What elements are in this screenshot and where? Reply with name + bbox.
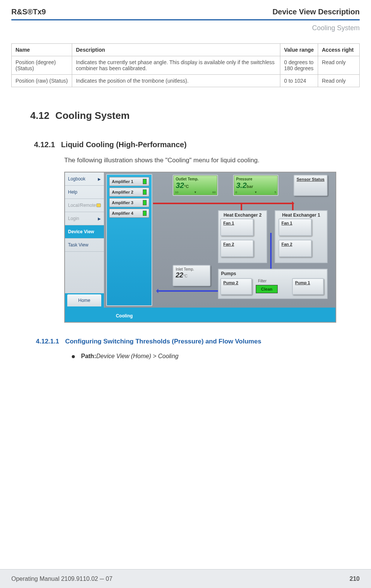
pump-label: Pump 2 bbox=[223, 280, 238, 285]
gauge-max: 5 bbox=[275, 191, 276, 194]
status-led-icon bbox=[143, 179, 147, 184]
gauge-min: 10 bbox=[175, 191, 178, 194]
pump-1-button[interactable]: Pump 1 bbox=[292, 278, 324, 295]
inlet-value: 22 bbox=[176, 271, 183, 279]
cell-range: 0 to 1024 bbox=[280, 75, 318, 87]
filter-label: Filter bbox=[258, 279, 266, 283]
fan-label: Fan 1 bbox=[281, 221, 292, 225]
sidebar-item-label: Local/Remote bbox=[68, 203, 96, 208]
tab-cooling[interactable]: Cooling bbox=[107, 310, 141, 322]
cell-name: Position (degree) (Sta­tus) bbox=[12, 56, 72, 75]
flow-line-cold bbox=[270, 233, 272, 269]
gauge-value: 32 bbox=[176, 181, 184, 189]
gauge-unit: bar bbox=[247, 184, 253, 189]
sidebar-item-task-view[interactable]: Task View bbox=[65, 239, 104, 252]
inlet-label: Inlet Temp. bbox=[176, 267, 207, 271]
path-value: Device View (Home) > Cooling bbox=[96, 353, 178, 359]
brand-label: R&S®Tx9 bbox=[11, 8, 46, 16]
table-row: Position (raw) (Status) Indicates the po… bbox=[12, 75, 360, 87]
amplifier-label: Amplifier 3 bbox=[112, 200, 133, 205]
sensor-status-button[interactable]: Sensor Status bbox=[294, 175, 328, 196]
subsection-title: Liquid Cooling (High-Performance) bbox=[61, 140, 187, 149]
sidebar-item-help[interactable]: Help bbox=[65, 186, 104, 199]
sidebar-item-login[interactable]: Login ▶ bbox=[65, 212, 104, 225]
subsection-number: 4.12.1 bbox=[34, 140, 55, 149]
chevron-right-icon: ▶ bbox=[98, 177, 101, 181]
sidebar-item-label: Help bbox=[68, 189, 77, 195]
sidebar-item-label: Login bbox=[68, 216, 79, 221]
section-heading: 4.12 Cooling System bbox=[30, 110, 360, 122]
cell-range: 0 degrees to 180 degrees bbox=[280, 56, 318, 75]
flow-line-cold bbox=[158, 290, 218, 292]
hx2-fan2-button[interactable]: Fan 2 bbox=[220, 240, 254, 257]
tab-home[interactable]: Home bbox=[67, 294, 101, 306]
hx2-fan1-button[interactable]: Fan 1 bbox=[220, 219, 254, 236]
flow-line-hot bbox=[153, 203, 293, 204]
cell-desc: Indicates the currently set phase angle.… bbox=[72, 56, 280, 75]
cooling-ui-illustration: Logbook ▶ Help Local/Remote Login ▶ Devi… bbox=[64, 172, 336, 323]
gauge-max: 60 bbox=[212, 191, 216, 194]
sidebar-tabs: Home bbox=[65, 293, 104, 308]
inlet-temp-display[interactable]: Inlet Temp. 22°C bbox=[173, 265, 210, 286]
gauge-label: Pressure bbox=[236, 177, 275, 181]
table-header-range: Value range bbox=[280, 44, 318, 56]
intro-text: The following illustration shows the "Co… bbox=[64, 157, 360, 164]
hx1-fan1-button[interactable]: Fan 1 bbox=[278, 219, 312, 236]
page-footer: Operating Manual 2109.9110.02 ─ 07 210 bbox=[0, 569, 371, 588]
pumps-title: Pumps bbox=[219, 269, 327, 278]
header-rule bbox=[11, 19, 360, 20]
hx-title: Heat Exchanger 1 bbox=[275, 211, 327, 218]
pump-2-button[interactable]: Pump 2 bbox=[220, 278, 252, 295]
chevron-right-icon: ▶ bbox=[98, 217, 101, 221]
flow-line-hot bbox=[292, 203, 294, 210]
sidebar-item-label: Device View bbox=[68, 229, 94, 234]
subsubsection-title: Configuring Switching Thresholds (Pressu… bbox=[65, 338, 261, 345]
sidebar-item-label: Task View bbox=[68, 242, 88, 248]
amplifier-button[interactable]: Amplifier 2 bbox=[109, 188, 149, 197]
bullet-icon bbox=[72, 355, 75, 358]
sidebar-item-logbook[interactable]: Logbook ▶ bbox=[65, 172, 104, 186]
cell-name: Position (raw) (Status) bbox=[12, 75, 72, 87]
fan-label: Fan 2 bbox=[281, 242, 292, 246]
cell-desc: Indicates the position of the trombone (… bbox=[72, 75, 280, 87]
status-led-icon bbox=[143, 211, 147, 216]
subsubsection-heading: 4.12.1.1 Configuring Switching Threshold… bbox=[36, 338, 360, 345]
sensor-status-label: Sensor Status bbox=[294, 175, 327, 183]
cell-access: Read only bbox=[318, 56, 360, 75]
footer-page-number: 210 bbox=[349, 576, 360, 582]
ui-content: Amplifier 1 Amplifier 2 Amplifier 3 Ampl… bbox=[105, 172, 335, 308]
amplifier-button[interactable]: Amplifier 4 bbox=[109, 209, 149, 218]
hx1-fan2-button[interactable]: Fan 2 bbox=[278, 240, 312, 257]
table-header-row: Name Description Value range Access righ… bbox=[12, 44, 360, 56]
section-title: Cooling System bbox=[56, 110, 130, 122]
path-label: Path: bbox=[81, 353, 96, 359]
flow-line-hot bbox=[241, 203, 242, 210]
parameter-table: Name Description Value range Access righ… bbox=[11, 43, 360, 87]
table-header-access: Access right bbox=[318, 44, 360, 56]
filter-clean-indicator: Clean bbox=[256, 285, 278, 293]
inlet-unit: °C bbox=[183, 274, 187, 278]
status-led-icon bbox=[143, 200, 147, 205]
amplifier-label: Amplifier 4 bbox=[112, 211, 133, 215]
cell-access: Read only bbox=[318, 75, 360, 87]
pressure-gauge[interactable]: Pressure 3.2bar 0▼5 bbox=[233, 175, 278, 196]
table-header-name: Name bbox=[12, 44, 72, 56]
footer-left: Operating Manual 2109.9110.02 ─ 07 bbox=[11, 576, 113, 582]
section-number: 4.12 bbox=[30, 110, 49, 122]
outlet-temp-gauge[interactable]: Outlet Temp. 32°C 10▼60 bbox=[173, 175, 218, 196]
sidebar-item-device-view[interactable]: Device View bbox=[65, 225, 104, 239]
hx-title: Heat Exchanger 2 bbox=[219, 211, 266, 218]
sidebar-item-local-remote[interactable]: Local/Remote bbox=[65, 199, 104, 212]
chapter-title: Device View Description bbox=[272, 8, 360, 16]
amplifier-button[interactable]: Amplifier 3 bbox=[109, 198, 149, 207]
subsubsection-number: 4.12.1.1 bbox=[36, 338, 59, 345]
page-header: R&S®Tx9 Device View Description bbox=[11, 8, 360, 16]
amplifier-label: Amplifier 1 bbox=[112, 179, 133, 184]
gauge-min: 0 bbox=[235, 191, 237, 194]
subsection-heading: 4.12.1 Liquid Cooling (High-Performance) bbox=[34, 140, 360, 149]
table-header-desc: Description bbox=[72, 44, 280, 56]
fan-label: Fan 2 bbox=[223, 242, 234, 246]
gauge-label: Outlet Temp. bbox=[176, 177, 215, 181]
amplifier-button[interactable]: Amplifier 1 bbox=[109, 177, 149, 186]
fan-label: Fan 1 bbox=[223, 221, 234, 225]
